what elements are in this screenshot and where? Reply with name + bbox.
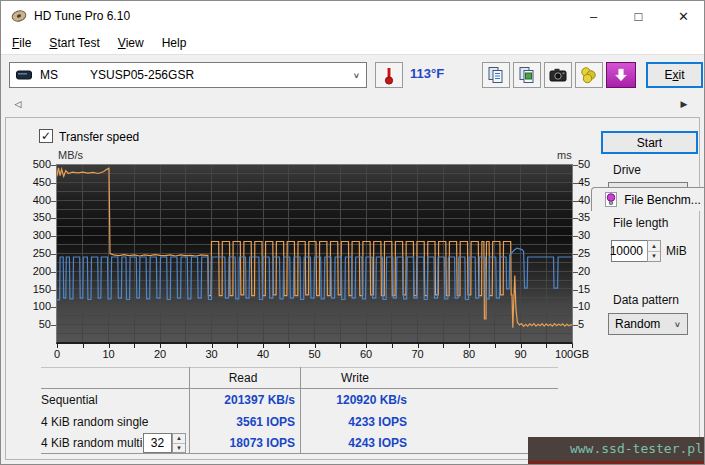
tab-label: File Benchm...: [624, 193, 701, 207]
y-left-tick-label: 250: [19, 247, 51, 259]
result-write-value: 4243 IOPS: [303, 436, 407, 450]
spinner-down-icon[interactable]: ▼: [648, 252, 660, 262]
tab-scroll-right-button[interactable]: ▶: [675, 95, 693, 113]
x-tick-mark: [237, 344, 238, 348]
y-right-tick-mark: [573, 272, 578, 273]
copy-report-button[interactable]: [482, 62, 510, 88]
x-tick-mark: [418, 344, 419, 348]
x-tick-label: 80: [445, 348, 493, 360]
y-right-tick-label: 45: [578, 176, 600, 188]
close-icon: ✕: [678, 9, 689, 24]
y-left-tick-label: 400: [19, 194, 51, 206]
x-tick-mark: [546, 344, 547, 348]
x-tick-label: 60: [342, 348, 390, 360]
file-length-input[interactable]: 10000: [611, 240, 648, 262]
x-tick-mark: [443, 344, 444, 348]
tab-file-benchm[interactable]: File Benchm...: [591, 187, 705, 211]
exit-button[interactable]: Exit: [646, 62, 703, 88]
spinner-down-icon[interactable]: ▼: [173, 444, 185, 453]
y-right-tick-mark: [573, 183, 578, 184]
y-right-tick-label: 25: [578, 247, 600, 259]
chevron-down-icon: ∨: [674, 320, 681, 329]
drive-vendor: MS: [40, 68, 58, 82]
menu-item-view[interactable]: View: [109, 33, 153, 53]
y-right-tick-label: 20: [578, 265, 600, 277]
y-right-tick-mark: [573, 218, 578, 219]
drive-model: YSUSP05-256GSR: [90, 68, 194, 82]
temperature-value: 113°F: [410, 66, 444, 81]
queue-depth-spinner[interactable]: ▲▼: [172, 433, 186, 453]
x-tick-mark: [521, 344, 522, 348]
close-button[interactable]: ✕: [661, 1, 705, 31]
title-bar: HD Tune Pro 6.10 – □ ✕: [1, 1, 705, 31]
y-left-tick-mark: [51, 272, 56, 273]
plot-canvas: [57, 165, 572, 342]
y-right-tick-mark: [573, 307, 578, 308]
y-left-tick-label: 300: [19, 229, 51, 241]
x-tick-mark: [212, 344, 213, 348]
results-divider: [41, 453, 558, 454]
write-column-header: Write: [303, 371, 407, 385]
start-button[interactable]: Start: [601, 131, 698, 154]
y-left-tick-mark: [51, 183, 56, 184]
watermark-text: www.ssd-tester.pl: [570, 441, 703, 456]
coins-icon: [580, 66, 598, 84]
read-column-header: Read: [191, 371, 295, 385]
checkmark-icon: ✓: [41, 130, 51, 142]
y-left-tick-label: 50: [19, 318, 51, 330]
maximize-button[interactable]: □: [616, 1, 661, 31]
x-tick-mark: [572, 344, 573, 348]
triangle-right-icon: ▶: [681, 99, 688, 109]
maximize-icon: □: [635, 9, 643, 24]
copy-report-icon: [487, 66, 505, 84]
file-length-label: File length: [613, 216, 668, 230]
x-tick-label: 70: [394, 348, 442, 360]
download-arrow-icon: [613, 67, 629, 83]
menu-item-start-test[interactable]: Start Test: [40, 33, 108, 53]
donate-button[interactable]: [575, 62, 603, 88]
minimize-button[interactable]: –: [571, 1, 616, 31]
copy-image-button[interactable]: [513, 62, 541, 88]
y-left-tick-mark: [51, 290, 56, 291]
x-tick-mark: [340, 344, 341, 348]
y-right-tick-label: 15: [578, 283, 600, 295]
temperature-button[interactable]: [375, 62, 403, 88]
y-right-tick-mark: [573, 325, 578, 326]
result-row-label: 4 KiB random single: [41, 415, 148, 429]
x-tick-mark: [366, 344, 367, 348]
x-tick-mark: [83, 344, 84, 348]
data-pattern-select[interactable]: Random ∨: [608, 313, 688, 335]
copy-image-icon: [518, 66, 536, 84]
data-pattern-value: Random: [615, 317, 660, 331]
x-tick-mark: [186, 344, 187, 348]
chevron-down-icon: ∨: [353, 71, 360, 80]
spinner-up-icon[interactable]: ▲: [173, 434, 185, 444]
transfer-speed-plot: [56, 164, 573, 344]
results-divider: [189, 367, 190, 453]
y-left-tick-label: 500: [19, 158, 51, 170]
drive-select[interactable]: MS YSUSP05-256GSR ∨: [9, 62, 367, 88]
screenshot-button[interactable]: [544, 62, 572, 88]
result-read-value: 201397 KB/s: [191, 393, 295, 407]
spinner-up-icon[interactable]: ▲: [648, 241, 660, 252]
queue-depth-input[interactable]: 32: [143, 433, 172, 453]
minimize-icon: –: [590, 9, 597, 24]
menu-bar: FileStart TestViewHelp: [1, 31, 705, 54]
y-right-tick-label: 30: [578, 229, 600, 241]
x-tick-label: 50: [291, 348, 339, 360]
result-read-value: 18073 IOPS: [191, 436, 295, 450]
y-right-tick-label: 5: [578, 318, 600, 330]
x-tick-mark: [289, 344, 290, 348]
x-tick-label: 20: [136, 348, 184, 360]
menu-item-help[interactable]: Help: [153, 33, 196, 53]
y-left-tick-mark: [51, 236, 56, 237]
hdtune-window: HD Tune Pro 6.10 – □ ✕ FileStart TestVie…: [0, 0, 705, 465]
file-length-spinner[interactable]: ▲ ▼: [647, 240, 661, 262]
tab-scroll-left-button[interactable]: ◁: [9, 95, 27, 113]
transfer-speed-checkbox[interactable]: ✓: [39, 129, 53, 143]
save-results-button[interactable]: [606, 62, 636, 88]
x-tick-label: 0: [33, 348, 81, 360]
menu-item-file[interactable]: File: [3, 33, 40, 53]
y-left-tick-mark: [51, 325, 56, 326]
y-right-tick-label: 35: [578, 211, 600, 223]
